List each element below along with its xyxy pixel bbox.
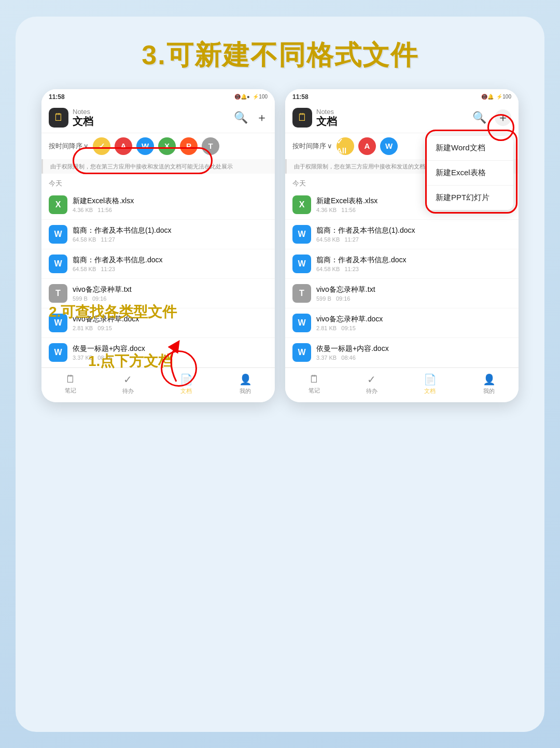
file-icon-word1-left: W bbox=[49, 225, 67, 244]
status-bar-right: 11:58 📵🔔 ⚡100 bbox=[285, 89, 519, 103]
docs-nav-icon-right: 📄 bbox=[424, 373, 437, 386]
file-meta: 3.37 KB 08:46 bbox=[316, 355, 511, 361]
file-item[interactable]: W 翦商：作者及本书信息.docx 64.58 KB 11:23 bbox=[41, 249, 275, 279]
status-icons-right: 📵🔔 ⚡100 bbox=[481, 94, 511, 100]
status-icons-left: 📵🔔● ⚡100 bbox=[234, 94, 268, 100]
file-name: 翦商：作者及本书信息.docx bbox=[316, 256, 511, 265]
annotation-2: 2.可查找各类型文件 bbox=[49, 302, 177, 322]
file-meta: 64.58 KB 11:23 bbox=[73, 266, 268, 272]
file-item[interactable]: W 翦商：作者及本书信息(1).docx 64.58 KB 11:27 bbox=[285, 220, 519, 249]
filter-circle-annotation bbox=[73, 147, 213, 174]
todo-nav-icon-left: ✓ bbox=[123, 373, 132, 386]
todo-nav-icon-right: ✓ bbox=[367, 373, 376, 386]
file-icon-excel1-right: X bbox=[292, 195, 311, 214]
nav-todo-label-left: 待办 bbox=[122, 387, 134, 395]
nav-todo-right[interactable]: ✓ 待办 bbox=[366, 373, 377, 395]
status-bar-left: 11:58 📵🔔● ⚡100 bbox=[41, 89, 275, 103]
dropdown-circle-annotation bbox=[425, 130, 517, 214]
file-name: 依曼一标题+内容.docx bbox=[316, 344, 511, 354]
file-name: vivo备忘录种草.txt bbox=[316, 285, 511, 294]
file-meta: 599 B 09:16 bbox=[316, 295, 511, 302]
nav-docs-label-left: 文档 bbox=[180, 387, 192, 395]
file-item[interactable]: X 新建Excel表格.xlsx 4.36 KB 11:56 bbox=[41, 190, 275, 220]
nav-notes-right[interactable]: 🗒 笔记 bbox=[309, 373, 320, 395]
file-info: vivo备忘录种草.txt 599 B 09:16 bbox=[316, 285, 511, 302]
file-item[interactable]: W 翦商：作者及本书信息(1).docx 64.58 KB 11:27 bbox=[41, 220, 275, 249]
status-time-left: 11:58 bbox=[49, 93, 65, 101]
nav-notes-label-right: 笔记 bbox=[309, 387, 320, 394]
file-meta: 4.36 KB 11:56 bbox=[73, 207, 268, 213]
right-phone: 11:58 📵🔔 ⚡100 🗒 Notes 文档 🔍 ＋ bbox=[285, 89, 519, 403]
file-info: 翦商：作者及本书信息.docx 64.58 KB 11:23 bbox=[316, 256, 511, 272]
filter-word-right[interactable]: W bbox=[380, 137, 398, 155]
header-actions-left: 🔍 ＋ bbox=[234, 110, 268, 125]
search-button-right[interactable]: 🔍 bbox=[472, 111, 486, 124]
file-icon-word4-left: W bbox=[49, 343, 67, 362]
file-name: 翦商：作者及本书信息.docx bbox=[73, 256, 268, 265]
file-meta: 64.58 KB 11:27 bbox=[316, 236, 511, 243]
file-info: 依曼一标题+内容.docx 3.37 KB 08:46 bbox=[316, 344, 511, 361]
file-icon-excel1-left: X bbox=[49, 195, 67, 214]
filter-all-right[interactable]: ✓ All bbox=[337, 137, 354, 155]
nav-mine-left[interactable]: 👤 我的 bbox=[239, 373, 252, 395]
app-title-left: Notes 文档 bbox=[73, 108, 234, 127]
file-meta: 2.81 KB 09:15 bbox=[73, 325, 268, 331]
file-meta: 64.58 KB 11:23 bbox=[316, 266, 511, 272]
status-time-right: 11:58 bbox=[292, 93, 309, 101]
nav-mine-label-right: 我的 bbox=[483, 387, 495, 395]
app-header-right: 🗒 Notes 文档 🔍 ＋ bbox=[285, 103, 519, 133]
nav-todo-label-right: 待办 bbox=[366, 387, 377, 395]
bottom-nav-left: 🗒 笔记 ✓ 待办 📄 文档 👤 我的 bbox=[41, 368, 275, 402]
file-name: vivo备忘录种草.docx bbox=[316, 315, 511, 324]
app-subtitle-left: 文档 bbox=[73, 116, 234, 127]
doc-tab-circle-annotation bbox=[161, 350, 197, 387]
file-info: vivo备忘录种草.txt 599 B 09:16 bbox=[73, 285, 268, 302]
bottom-nav-right: 🗒 笔记 ✓ 待办 📄 文档 👤 我的 bbox=[285, 368, 519, 402]
filter-label-right[interactable]: 按时间降序 ∨ bbox=[292, 142, 332, 151]
file-info: 翦商：作者及本书信息(1).docx 64.58 KB 11:27 bbox=[73, 226, 268, 243]
nav-docs-label-right: 文档 bbox=[424, 387, 436, 395]
file-item[interactable]: W vivo备忘录种草.docx 2.81 KB 09:15 bbox=[285, 308, 519, 338]
nav-notes-left[interactable]: 🗒 笔记 bbox=[65, 373, 76, 395]
app-icon-left: 🗒 bbox=[49, 108, 68, 128]
file-icon-word2-right: W bbox=[292, 255, 311, 273]
outer-card: 3.可新建不同格式文件 11:58 📵🔔● ⚡100 🗒 Notes 文档 🔍 bbox=[16, 17, 544, 732]
add-button-left[interactable]: ＋ bbox=[256, 110, 268, 125]
file-icon-word3-right: W bbox=[292, 314, 311, 332]
left-phone: 11:58 📵🔔● ⚡100 🗒 Notes 文档 🔍 ＋ bbox=[41, 89, 275, 403]
file-name: vivo备忘录种草.txt bbox=[73, 285, 268, 294]
file-meta: 599 B 09:16 bbox=[73, 295, 268, 302]
nav-mine-right[interactable]: 👤 我的 bbox=[483, 373, 496, 395]
notes-nav-icon-right: 🗒 bbox=[309, 373, 319, 385]
file-icon-txt-left: T bbox=[49, 284, 67, 303]
file-info: 翦商：作者及本书信息(1).docx 64.58 KB 11:27 bbox=[316, 226, 511, 243]
app-name-right: Notes bbox=[316, 108, 472, 116]
file-info: 新建Excel表格.xlsx 4.36 KB 11:56 bbox=[73, 196, 268, 213]
annotation-1: 1.点下方文档 bbox=[88, 351, 173, 371]
section-today-left: 今天 bbox=[41, 174, 275, 190]
mine-nav-icon-left: 👤 bbox=[239, 373, 252, 386]
file-meta: 64.58 KB 11:27 bbox=[73, 236, 268, 243]
app-subtitle-right: 文档 bbox=[316, 116, 472, 127]
notes-nav-icon-left: 🗒 bbox=[65, 373, 76, 385]
search-button-left[interactable]: 🔍 bbox=[234, 111, 248, 124]
file-item[interactable]: T vivo备忘录种草.txt 599 B 09:16 bbox=[285, 279, 519, 308]
app-name-left: Notes bbox=[73, 108, 234, 116]
file-list-right: X 新建Excel表格.xlsx 4.36 KB 11:56 W 翦商：作者及本… bbox=[285, 190, 519, 368]
filter-pdf-right[interactable]: A bbox=[358, 137, 376, 155]
nav-todo-left[interactable]: ✓ 待办 bbox=[122, 373, 134, 395]
file-icon-word4-right: W bbox=[292, 343, 311, 362]
file-name: 翦商：作者及本书信息(1).docx bbox=[316, 226, 511, 235]
app-title-right: Notes 文档 bbox=[316, 108, 472, 127]
phones-row: 11:58 📵🔔● ⚡100 🗒 Notes 文档 🔍 ＋ bbox=[31, 89, 529, 403]
file-item[interactable]: W 依曼一标题+内容.docx 3.37 KB 08:46 bbox=[285, 338, 519, 368]
big-title: 3.可新建不同格式文件 bbox=[31, 37, 529, 74]
nav-mine-label-left: 我的 bbox=[240, 387, 251, 395]
file-item[interactable]: W 翦商：作者及本书信息.docx 64.58 KB 11:23 bbox=[285, 249, 519, 279]
file-list-left: X 新建Excel表格.xlsx 4.36 KB 11:56 W 翦商：作者及本… bbox=[41, 190, 275, 368]
app-header-left: 🗒 Notes 文档 🔍 ＋ bbox=[41, 103, 275, 133]
file-icon-txt-right: T bbox=[292, 284, 311, 303]
file-icon-word1-right: W bbox=[292, 225, 311, 244]
nav-docs-right[interactable]: 📄 文档 bbox=[424, 373, 437, 395]
file-name: 新建Excel表格.xlsx bbox=[73, 196, 268, 206]
